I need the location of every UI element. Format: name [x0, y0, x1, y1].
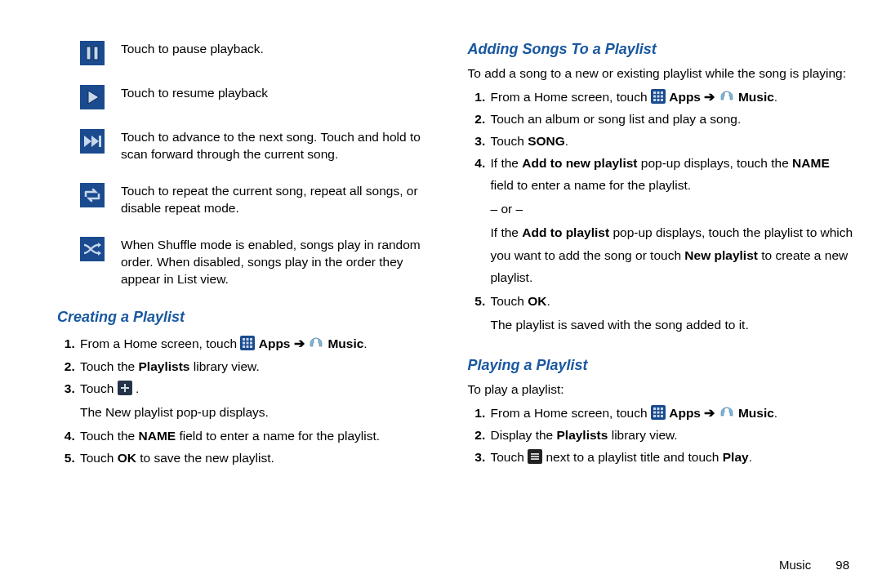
svg-rect-18	[247, 342, 249, 345]
list-item: From a Home screen, touch Apps ➔ Music.	[489, 86, 854, 108]
creating-steps: From a Home screen, touch Apps ➔ Music. …	[57, 332, 443, 469]
control-desc: Touch to repeat the current song, repeat…	[121, 183, 443, 217]
svg-rect-49	[531, 458, 539, 460]
svg-rect-9	[80, 183, 105, 207]
svg-rect-25	[121, 387, 129, 389]
svg-rect-17	[243, 342, 245, 345]
list-item: Touch the Playlists library view.	[78, 355, 443, 377]
list-item: Touch OK. The playlist is saved with the…	[489, 290, 854, 336]
control-desc: Touch to advance to the next song. Touch…	[121, 129, 443, 163]
svg-rect-35	[661, 99, 663, 101]
svg-rect-31	[657, 95, 659, 97]
play-icon	[80, 85, 105, 109]
list-item: Touch the NAME field to enter a name for…	[78, 425, 443, 447]
svg-rect-30	[653, 95, 656, 97]
svg-rect-39	[661, 408, 663, 410]
list-item: Touch . The New playlist pop-up displays…	[78, 377, 443, 423]
svg-rect-0	[80, 41, 105, 65]
svg-rect-15	[247, 338, 249, 341]
list-item: Touch an album or song list and play a s…	[489, 108, 854, 130]
menu-icon	[528, 449, 542, 464]
list-item: Touch SONG.	[489, 130, 854, 152]
intro-text: To play a playlist:	[468, 381, 854, 399]
next-icon	[80, 129, 105, 154]
heading-playing-playlist: Playing a Playlist	[468, 357, 854, 374]
svg-rect-16	[250, 338, 252, 341]
pause-icon	[80, 41, 105, 65]
svg-rect-2	[94, 47, 98, 60]
playing-steps: From a Home screen, touch Apps ➔ Music. …	[468, 402, 854, 468]
svg-rect-47	[531, 453, 539, 455]
apps-icon	[651, 89, 666, 104]
svg-rect-1	[87, 47, 91, 60]
svg-rect-33	[653, 99, 656, 101]
apps-icon	[240, 336, 255, 350]
repeat-icon	[80, 183, 105, 207]
music-icon	[719, 89, 735, 105]
apps-icon	[651, 405, 666, 420]
list-item: Display the Playlists library view.	[489, 424, 854, 446]
heading-creating-playlist: Creating a Playlist	[57, 309, 443, 326]
shuffle-icon	[80, 237, 105, 261]
svg-rect-40	[653, 411, 656, 413]
footer-page: 98	[835, 558, 849, 572]
svg-rect-19	[250, 342, 252, 345]
svg-rect-14	[243, 338, 245, 341]
svg-rect-8	[99, 136, 101, 147]
svg-rect-43	[653, 415, 656, 417]
svg-rect-27	[653, 91, 656, 94]
music-icon	[308, 336, 324, 352]
svg-rect-22	[250, 345, 252, 348]
svg-rect-20	[243, 345, 245, 348]
add-icon	[118, 381, 132, 395]
heading-adding-songs: Adding Songs To a Playlist	[468, 41, 854, 58]
svg-rect-28	[657, 91, 659, 94]
footer-section: Music	[779, 558, 811, 572]
list-item: Touch next to a playlist title and touch…	[489, 446, 854, 468]
svg-rect-32	[661, 95, 663, 97]
svg-rect-44	[657, 415, 659, 417]
svg-rect-21	[247, 345, 249, 348]
list-item: Touch OK to save the new playlist.	[78, 447, 443, 469]
control-desc: Touch to resume playback	[121, 85, 268, 102]
intro-text: To add a song to a new or existing playl…	[468, 65, 854, 82]
svg-rect-45	[661, 415, 663, 417]
list-item: From a Home screen, touch Apps ➔ Music.	[489, 402, 854, 424]
list-item: From a Home screen, touch Apps ➔ Music.	[78, 332, 443, 354]
svg-rect-41	[657, 411, 659, 413]
list-item: If the Add to new playlist pop-up displa…	[489, 152, 854, 288]
svg-rect-10	[80, 237, 105, 261]
svg-rect-29	[661, 91, 663, 94]
svg-rect-42	[661, 411, 663, 413]
svg-rect-38	[657, 408, 659, 410]
control-desc: Touch to pause playback.	[121, 41, 264, 58]
svg-rect-34	[657, 99, 659, 101]
music-icon	[719, 405, 735, 421]
control-desc: When Shuffle mode is enabled, songs play…	[121, 237, 443, 288]
adding-steps: From a Home screen, touch Apps ➔ Music. …	[468, 86, 854, 336]
svg-rect-48	[531, 456, 539, 457]
svg-rect-37	[653, 408, 656, 410]
page-footer: Music 98	[779, 558, 849, 572]
